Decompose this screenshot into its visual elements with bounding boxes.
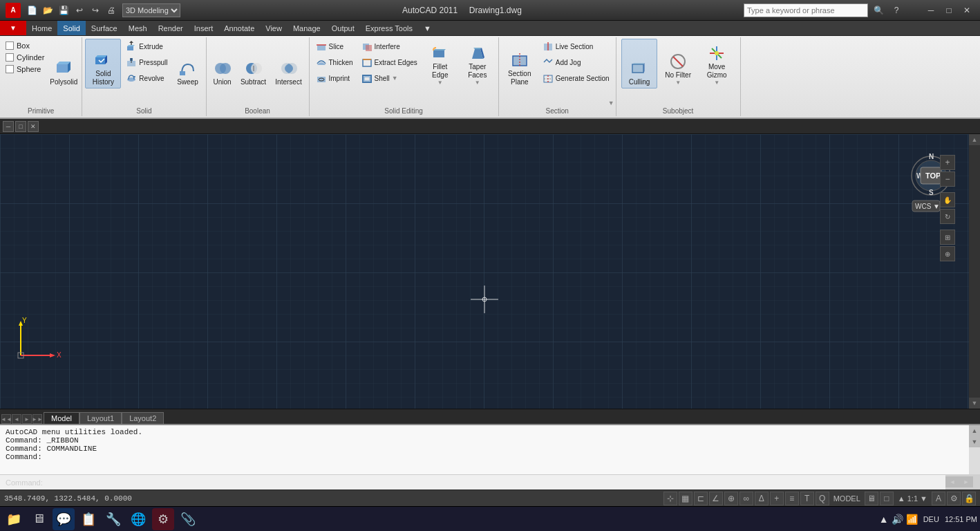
union-button[interactable]: Union bbox=[209, 39, 236, 88]
cmd-hscroll-right[interactable]: ► bbox=[959, 476, 973, 487]
slice-button[interactable]: Slice bbox=[312, 39, 357, 54]
taper-faces-button[interactable]: Taper Faces ▼ bbox=[460, 39, 496, 88]
ducs-toggle[interactable]: Δ bbox=[755, 492, 769, 505]
thicken-button[interactable]: Thicken bbox=[312, 55, 357, 70]
lweight-toggle[interactable]: ≡ bbox=[785, 492, 799, 505]
taskbar-explorer[interactable]: 📁 bbox=[3, 508, 25, 530]
extract-edges-button[interactable]: Extract Edges bbox=[358, 55, 421, 70]
paper-toggle[interactable]: 🖥 bbox=[865, 492, 878, 505]
minimize-button[interactable]: ─ bbox=[923, 3, 939, 17]
pan-button[interactable]: ✋ bbox=[940, 192, 955, 207]
qp-toggle[interactable]: Q bbox=[816, 492, 829, 505]
open-button[interactable]: 📂 bbox=[41, 3, 55, 17]
command-scrollbar[interactable]: ▲ ▼ bbox=[969, 425, 980, 474]
maximize-button[interactable]: □ bbox=[941, 3, 957, 17]
app-menu-button[interactable]: ▼ bbox=[0, 21, 26, 35]
tray-network[interactable]: ▲ bbox=[879, 514, 889, 525]
no-filter-button[interactable]: No Filter ▼ bbox=[660, 39, 696, 88]
search-input[interactable] bbox=[744, 3, 868, 17]
culling-button[interactable]: Culling bbox=[621, 39, 657, 88]
subtract-button[interactable]: Subtract bbox=[238, 39, 269, 88]
grid-display-button[interactable]: ⊞ bbox=[940, 230, 955, 245]
viewport-close[interactable]: ✕ bbox=[28, 121, 39, 132]
cylinder-item[interactable]: Cylinder bbox=[3, 52, 47, 63]
scroll-down-button[interactable]: ▼ bbox=[969, 398, 980, 409]
save-button[interactable]: 💾 bbox=[57, 3, 70, 17]
menu-solid[interactable]: Solid bbox=[57, 21, 85, 35]
otrack-toggle[interactable]: ∞ bbox=[739, 492, 753, 505]
orbit-button[interactable]: ↻ bbox=[940, 209, 955, 224]
dyn-toggle[interactable]: + bbox=[770, 492, 784, 505]
taskbar-attach[interactable]: 📎 bbox=[177, 508, 199, 530]
taskbar-autocad[interactable]: ⚙ bbox=[152, 508, 174, 530]
osnap-toggle[interactable]: ⊕ bbox=[724, 492, 738, 505]
menu-extra[interactable]: ▼ bbox=[418, 21, 437, 35]
menu-manage[interactable]: Manage bbox=[288, 21, 326, 35]
vp-toggle[interactable]: □ bbox=[880, 492, 894, 505]
tray-volume[interactable]: 🔊 bbox=[892, 514, 903, 525]
scroll-track-vertical[interactable] bbox=[969, 145, 980, 398]
scroll-up-button[interactable]: ▲ bbox=[969, 134, 980, 145]
section-expand-icon[interactable]: ▼ bbox=[608, 100, 614, 106]
zoom-out-button[interactable]: − bbox=[940, 171, 955, 187]
workspace-btn[interactable]: ⚙ bbox=[947, 492, 961, 505]
snap-toggle[interactable]: ⊹ bbox=[663, 492, 677, 505]
interfere-button[interactable]: Interfere bbox=[358, 39, 421, 54]
generate-section-button[interactable]: Generate Section bbox=[539, 71, 613, 86]
taskbar-files[interactable]: 📋 bbox=[77, 508, 100, 530]
taskbar-desktop[interactable]: 🖥 bbox=[28, 508, 50, 530]
taskbar-chat[interactable]: 💬 bbox=[53, 508, 75, 530]
sphere-item[interactable]: Sphere bbox=[3, 64, 47, 75]
new-button[interactable]: 📄 bbox=[25, 3, 39, 17]
tray-network2[interactable]: 📶 bbox=[906, 514, 918, 525]
help-button[interactable]: ? bbox=[889, 3, 904, 17]
fillet-edge-button[interactable]: Fillet Edge ▼ bbox=[422, 39, 458, 88]
grid-toggle[interactable]: ▦ bbox=[679, 492, 692, 505]
imprint-button[interactable]: Imprint bbox=[312, 71, 357, 86]
menu-annotate[interactable]: Annotate bbox=[218, 21, 260, 35]
menu-express-tools[interactable]: Express Tools bbox=[360, 21, 418, 35]
cmd-scroll-up[interactable]: ▲ bbox=[969, 425, 980, 436]
menu-render[interactable]: Render bbox=[153, 21, 189, 35]
cmd-scroll-down[interactable]: ▼ bbox=[969, 436, 980, 447]
polysolid-button[interactable]: Polysolid bbox=[48, 39, 79, 88]
tab-nav-prev[interactable]: ◄ bbox=[12, 414, 21, 424]
tab-nav-last[interactable]: ►► bbox=[32, 414, 42, 424]
tab-model[interactable]: Model bbox=[44, 412, 79, 424]
menu-insert[interactable]: Insert bbox=[189, 21, 219, 35]
solid-history-button[interactable]: Solid History bbox=[85, 39, 121, 88]
viewport[interactable]: Y X N S E W bbox=[0, 134, 969, 409]
shell-button[interactable]: Shell ▼ bbox=[358, 71, 421, 86]
intersect-button[interactable]: Intersect bbox=[272, 39, 306, 88]
live-section-button[interactable]: Live Section bbox=[539, 39, 613, 54]
menu-mesh[interactable]: Mesh bbox=[123, 21, 153, 35]
revolve-button[interactable]: Revolve bbox=[122, 71, 171, 86]
presspull-button[interactable]: Presspull bbox=[122, 55, 171, 70]
workspace-selector[interactable]: 3D Modeling bbox=[122, 3, 180, 17]
extrude-button[interactable]: Extrude bbox=[122, 39, 171, 54]
tab-nav-first[interactable]: ◄◄ bbox=[1, 414, 11, 424]
close-button[interactable]: ✕ bbox=[959, 3, 974, 17]
viewport-minimize[interactable]: ─ bbox=[3, 121, 14, 132]
viewport-maximize[interactable]: □ bbox=[15, 121, 26, 132]
zoom-in-button[interactable]: + bbox=[940, 155, 955, 170]
lock-btn[interactable]: 🔒 bbox=[962, 492, 976, 505]
menu-surface[interactable]: Surface bbox=[86, 21, 123, 35]
undo-button[interactable]: ↩ bbox=[73, 3, 86, 17]
add-jog-button[interactable]: Add Jog bbox=[539, 55, 613, 70]
sweep-button[interactable]: Sweep bbox=[173, 39, 203, 88]
redo-button[interactable]: ↪ bbox=[88, 3, 102, 17]
tspace-toggle[interactable]: T bbox=[800, 492, 814, 505]
taskbar-tool[interactable]: 🔧 bbox=[102, 508, 124, 530]
menu-home[interactable]: Home bbox=[26, 21, 57, 35]
tab-layout2[interactable]: Layout2 bbox=[122, 412, 164, 424]
box-item[interactable]: Box bbox=[3, 40, 47, 51]
move-gizmo-button[interactable]: Move Gizmo ▼ bbox=[699, 39, 735, 88]
cmd-hscroll-left[interactable]: ◄ bbox=[945, 476, 959, 487]
plot-button[interactable]: 🖨 bbox=[104, 3, 118, 17]
anno-scale[interactable]: A bbox=[932, 492, 945, 505]
taskbar-browser[interactable]: 🌐 bbox=[127, 508, 149, 530]
tab-nav-next[interactable]: ► bbox=[22, 414, 32, 424]
snap-button[interactable]: ⊕ bbox=[940, 246, 955, 261]
polar-toggle[interactable]: ∠ bbox=[709, 492, 723, 505]
